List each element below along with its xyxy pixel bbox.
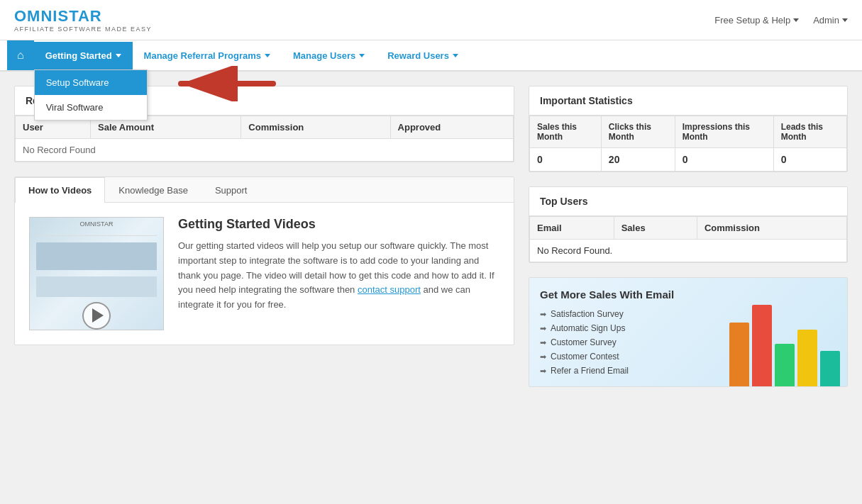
- list-item: ➡Customer Survey: [540, 337, 674, 347]
- getting-started-caret-icon: [116, 54, 121, 57]
- tab-content-how-to: OMNISTAR Getting Started Videos Our gett…: [15, 203, 514, 345]
- tabs-panel: How to Videos Knowledge Base Support OMN…: [14, 177, 514, 345]
- tab-how-to-videos[interactable]: How to Videos: [15, 177, 105, 203]
- col-approved: Approved: [390, 116, 513, 139]
- chart-bar: [752, 305, 772, 386]
- logo-subtitle: AFFILIATE SOFTWARE MADE EASY: [14, 26, 152, 33]
- stat-col-leads: Leads this Month: [773, 116, 846, 148]
- video-thumb-inner: OMNISTAR: [30, 218, 163, 330]
- right-column: Important Statistics Sales this Month Cl…: [529, 86, 848, 387]
- chart-bar: [775, 344, 795, 386]
- nav-item-manage-referral[interactable]: Manage Referral Programs: [133, 42, 282, 69]
- nav-item-manage-users[interactable]: Manage Users: [282, 42, 376, 69]
- chart-area: [729, 301, 840, 386]
- important-statistics-panel: Important Statistics Sales this Month Cl…: [529, 86, 848, 172]
- free-setup-link[interactable]: Free Setup & Help: [714, 15, 799, 26]
- play-icon: [92, 308, 104, 323]
- bullet-arrow-icon: ➡: [540, 324, 546, 333]
- nav-item-reward-users[interactable]: Reward Users: [376, 42, 470, 69]
- video-thumbnail[interactable]: OMNISTAR: [29, 217, 164, 330]
- logo-area: OMNISTAR AFFILIATE SOFTWARE MADE EASY: [14, 7, 152, 33]
- tabs-container: How to Videos Knowledge Base Support: [15, 177, 514, 203]
- header-right: Free Setup & Help Admin: [714, 15, 848, 26]
- top-users-panel: Top Users Email Sales Commission No Reco…: [529, 186, 848, 263]
- top-users-no-record: No Record Found.: [530, 240, 847, 262]
- tab-knowledge-base[interactable]: Knowledge Base: [105, 177, 201, 203]
- top-col-email: Email: [530, 217, 614, 240]
- stat-col-sales: Sales this Month: [530, 116, 602, 148]
- tab-support[interactable]: Support: [201, 177, 261, 203]
- chart-bar: [820, 351, 840, 386]
- top-users-table: Email Sales Commission No Record Found.: [529, 216, 847, 262]
- left-column: Recent Commissions User Sale Amount Comm…: [14, 86, 514, 387]
- email-marketing-banner: Get More Sales With Email ➡Satisfaction …: [529, 277, 848, 387]
- stat-val-sales: 0: [530, 148, 602, 172]
- logo-star: STAR: [57, 7, 101, 25]
- manage-referral-caret-icon: [265, 54, 270, 57]
- table-row: No Record Found: [16, 139, 514, 162]
- free-setup-caret-icon: [793, 18, 799, 22]
- dropdown-viral-software[interactable]: Viral Software: [35, 95, 147, 120]
- nav-home-button[interactable]: ⌂: [7, 40, 34, 70]
- logo-omni: OMNI: [14, 7, 57, 25]
- chart-bar: [797, 330, 817, 386]
- stat-val-impressions: 0: [675, 148, 773, 172]
- bullet-arrow-icon: ➡: [540, 366, 546, 376]
- list-item: ➡Refer a Friend Email: [540, 366, 674, 376]
- video-description-area: Getting Started Videos Our getting start…: [178, 217, 499, 330]
- statistics-table: Sales this Month Clicks this Month Impre…: [529, 116, 847, 172]
- play-button[interactable]: [82, 302, 111, 330]
- nav-item-getting-started[interactable]: Getting Started Setup Software Viral Sof…: [34, 42, 133, 69]
- header: OMNISTAR AFFILIATE SOFTWARE MADE EASY Fr…: [0, 0, 862, 40]
- stat-col-impressions: Impressions this Month: [675, 116, 773, 148]
- stat-val-clicks: 20: [601, 148, 675, 172]
- manage-users-caret-icon: [359, 54, 365, 57]
- stat-col-clicks: Clicks this Month: [601, 116, 675, 148]
- table-row: No Record Found.: [530, 240, 847, 262]
- admin-link[interactable]: Admin: [813, 15, 848, 26]
- list-item: ➡Customer Contest: [540, 352, 674, 362]
- admin-caret-icon: [842, 18, 848, 22]
- navbar: ⌂ Getting Started Setup Software Viral S…: [0, 40, 862, 72]
- col-commission: Commission: [241, 116, 390, 139]
- list-item: ➡Satisfaction Survey: [540, 309, 674, 319]
- bullet-arrow-icon: ➡: [540, 352, 546, 362]
- main-content: Recent Commissions User Sale Amount Comm…: [0, 72, 862, 401]
- bullet-arrow-icon: ➡: [540, 338, 546, 347]
- no-record-cell: No Record Found: [16, 139, 514, 162]
- statistics-row: 0 20 0 0: [530, 148, 847, 172]
- video-title: Getting Started Videos: [178, 217, 499, 232]
- chart-bar: [729, 323, 749, 386]
- email-banner-text: Get More Sales With Email ➡Satisfaction …: [540, 289, 674, 376]
- getting-started-dropdown: Setup Software Viral Software: [34, 69, 148, 121]
- top-users-title: Top Users: [529, 187, 847, 216]
- list-item: ➡Automatic Sign Ups: [540, 323, 674, 333]
- email-list: ➡Satisfaction Survey ➡Automatic Sign Ups…: [540, 309, 674, 376]
- contact-support-link[interactable]: contact support: [358, 284, 421, 295]
- email-banner-title: Get More Sales With Email: [540, 289, 674, 301]
- stat-val-leads: 0: [773, 148, 846, 172]
- bullet-arrow-icon: ➡: [540, 310, 546, 319]
- video-description: Our getting started videos will help you…: [178, 239, 499, 313]
- logo-text: OMNISTAR: [14, 7, 152, 26]
- reward-users-caret-icon: [453, 54, 458, 57]
- commissions-table: User Sale Amount Commission Approved No …: [15, 116, 514, 162]
- top-col-commission: Commission: [697, 217, 846, 240]
- dropdown-setup-software[interactable]: Setup Software: [35, 70, 147, 95]
- important-statistics-title: Important Statistics: [529, 86, 847, 116]
- top-col-sales: Sales: [614, 217, 697, 240]
